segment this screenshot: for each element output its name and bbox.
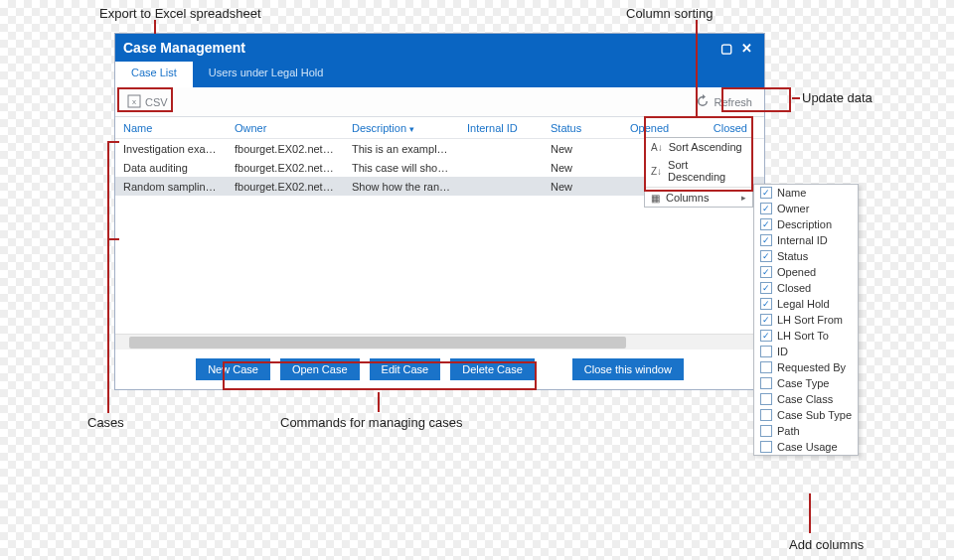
- checkbox-icon[interactable]: [760, 377, 772, 389]
- csv-export-button[interactable]: x CSV: [121, 91, 174, 113]
- checkbox-icon[interactable]: [760, 361, 772, 373]
- csv-label: CSV: [145, 96, 168, 108]
- column-toggle-item[interactable]: Path: [754, 423, 858, 439]
- checkbox-icon[interactable]: [760, 203, 772, 214]
- checkbox-icon[interactable]: [760, 330, 772, 342]
- checkbox-icon[interactable]: [760, 393, 772, 405]
- columns-label: Columns: [666, 192, 709, 204]
- tab-case-list[interactable]: Case List: [115, 62, 193, 87]
- annotation-update: Update data: [802, 90, 873, 105]
- column-toggle-item[interactable]: Status: [754, 248, 858, 264]
- checkbox-icon[interactable]: [760, 314, 772, 326]
- column-toggle-item[interactable]: Description: [754, 216, 858, 232]
- checkbox-icon[interactable]: [760, 298, 772, 310]
- edit-case-button[interactable]: Edit Case: [370, 358, 441, 380]
- column-toggle-item[interactable]: ID: [754, 344, 858, 359]
- sort-ascending-item[interactable]: A↓ Sort Ascending: [645, 138, 752, 156]
- column-toggle-label: LH Sort From: [777, 314, 843, 326]
- checkbox-icon[interactable]: [760, 234, 772, 246]
- col-internal-id[interactable]: Internal ID: [459, 122, 543, 134]
- scrollbar-thumb[interactable]: [129, 337, 626, 349]
- open-case-button[interactable]: Open Case: [280, 358, 360, 380]
- cell-desc: Show how the random s...: [344, 181, 459, 193]
- delete-case-button[interactable]: Delete Case: [450, 358, 535, 380]
- checkbox-icon[interactable]: [760, 218, 772, 230]
- col-closed[interactable]: Closed: [696, 122, 755, 134]
- close-window-button[interactable]: Close this window: [572, 358, 684, 380]
- svg-text:x: x: [132, 97, 136, 106]
- column-toggle-item[interactable]: LH Sort From: [754, 312, 858, 328]
- column-toggle-label: Name: [777, 187, 806, 199]
- footer-buttons: New Case Open Case Edit Case Delete Case…: [115, 350, 764, 389]
- col-opened[interactable]: Opened: [622, 122, 696, 134]
- sort-descending-item[interactable]: Z↓ Sort Descending: [645, 156, 752, 186]
- cell-owner: fbourget.EX02.netmailde...: [227, 181, 344, 193]
- col-status[interactable]: Status: [543, 122, 622, 134]
- columns-submenu-item[interactable]: ▦ Columns ▸: [645, 189, 752, 207]
- menu-separator: [645, 187, 752, 188]
- cell-desc: This case will show how ...: [344, 162, 459, 174]
- refresh-label: Refresh: [714, 96, 752, 108]
- column-toggle-item[interactable]: Case Sub Type: [754, 407, 858, 423]
- minimize-icon[interactable]: ▢: [716, 41, 736, 56]
- annotation-addcols: Add columns: [789, 537, 864, 552]
- column-toggle-label: Status: [777, 250, 808, 262]
- checkbox-icon[interactable]: [760, 250, 772, 262]
- column-toggle-label: Case Type: [777, 377, 829, 389]
- column-toggle-label: Case Class: [777, 393, 833, 405]
- annotation-export: Export to Excel spreadsheet: [99, 6, 261, 21]
- cell-desc: This is an example of ho...: [344, 143, 459, 155]
- sort-asc-icon: A↓: [651, 142, 663, 153]
- column-toggle-label: Owner: [777, 203, 809, 214]
- column-toggle-label: Requested By: [777, 361, 846, 373]
- col-owner[interactable]: Owner: [227, 122, 344, 134]
- excel-icon: x: [127, 94, 141, 110]
- checkbox-icon[interactable]: [760, 346, 772, 357]
- column-toggle-item[interactable]: Case Type: [754, 375, 858, 391]
- checkbox-icon[interactable]: [760, 266, 772, 278]
- horizontal-scrollbar[interactable]: [115, 334, 764, 350]
- cell-name: Data auditing: [115, 162, 227, 174]
- checkbox-icon[interactable]: [760, 409, 772, 421]
- cell-status: New: [543, 181, 622, 193]
- titlebar: Case Management ▢ ✕: [115, 34, 764, 62]
- column-toggle-item[interactable]: Internal ID: [754, 232, 858, 248]
- cell-owner: fbourget.EX02.netmailde...: [227, 143, 344, 155]
- cell-name: Investigation example: [115, 143, 227, 155]
- case-management-window: Case Management ▢ ✕ Case List Users unde…: [114, 33, 765, 390]
- column-toggle-item[interactable]: Name: [754, 185, 858, 201]
- column-toggle-label: ID: [777, 346, 788, 357]
- cell-owner: fbourget.EX02.netmailde...: [227, 162, 344, 174]
- column-toggle-label: Path: [777, 425, 800, 437]
- cell-status: New: [543, 162, 622, 174]
- sort-desc-label: Sort Descending: [668, 159, 746, 183]
- column-toggle-item[interactable]: Case Class: [754, 391, 858, 407]
- grid-header: Name Owner Description Internal ID Statu…: [115, 117, 764, 139]
- tab-users-legal-hold[interactable]: Users under Legal Hold: [193, 62, 340, 87]
- col-name[interactable]: Name: [115, 122, 227, 134]
- checkbox-icon[interactable]: [760, 425, 772, 437]
- column-toggle-item[interactable]: Requested By: [754, 359, 858, 375]
- refresh-button[interactable]: Refresh: [690, 91, 758, 113]
- checkbox-icon[interactable]: [760, 441, 772, 453]
- column-toggle-item[interactable]: LH Sort To: [754, 328, 858, 344]
- column-toggle-item[interactable]: Case Usage: [754, 439, 858, 455]
- cell-status: New: [543, 143, 622, 155]
- annotation-sorting: Column sorting: [626, 6, 713, 21]
- column-toggle-label: Legal Hold: [777, 298, 830, 310]
- toolbar: x CSV Refresh: [115, 87, 764, 117]
- column-toggle-label: Opened: [777, 266, 816, 278]
- refresh-icon: [696, 94, 710, 110]
- checkbox-icon[interactable]: [760, 282, 772, 294]
- column-toggle-item[interactable]: Legal Hold: [754, 296, 858, 312]
- columns-icon: ▦: [651, 193, 660, 204]
- close-icon[interactable]: ✕: [736, 41, 756, 56]
- checkbox-icon[interactable]: [760, 187, 772, 199]
- sort-asc-label: Sort Ascending: [669, 141, 742, 153]
- column-toggle-item[interactable]: Opened: [754, 264, 858, 280]
- column-toggle-item[interactable]: Owner: [754, 201, 858, 216]
- col-description[interactable]: Description: [344, 122, 459, 134]
- column-toggle-item[interactable]: Closed: [754, 280, 858, 296]
- column-toggle-label: Case Usage: [777, 441, 838, 453]
- new-case-button[interactable]: New Case: [196, 358, 270, 380]
